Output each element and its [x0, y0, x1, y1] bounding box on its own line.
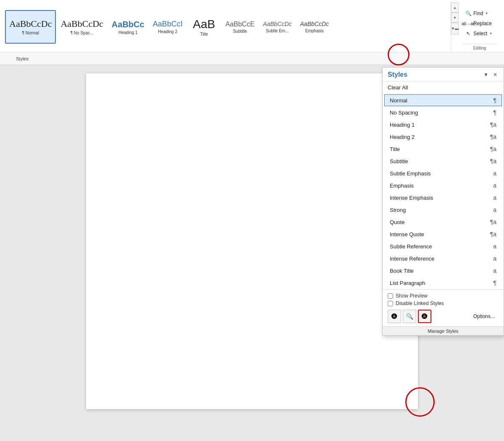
styles-list-item-8[interactable]: Intense Emphasisa [384, 192, 502, 204]
style-item-name-11: Intense Quote [390, 231, 488, 237]
style-label-3: Heading 2 [158, 29, 177, 34]
ribbon: AaBbCcDc¶ NormalAaBbCcDc¶ No Spac...AaBb… [0, 0, 504, 65]
disable-linked-label: Disable Linked Styles [396, 300, 444, 306]
gallery-scroll: ▲ ▼ ▼▬ [451, 2, 459, 35]
style-preview-0: AaBbCcDc [9, 18, 52, 29]
style-label-1: ¶ No Spac... [71, 31, 94, 35]
style-inspector-icon: 🔍 [406, 313, 413, 320]
replace-button[interactable]: ab→ac Replace [462, 19, 497, 28]
show-preview-checkbox[interactable] [388, 293, 393, 299]
editing-buttons: 🔍 Find ▼ ab→ac Replace ↖ Select ▼ [462, 3, 497, 44]
style-gallery-item-5[interactable]: AaBbCcESubtitle [222, 10, 258, 44]
style-gallery-item-4[interactable]: AaBTitle [187, 10, 221, 44]
style-item-icon-12: a [488, 243, 496, 250]
clear-all-item[interactable]: Clear All [383, 81, 504, 94]
styles-list-item-12[interactable]: Subtle Referencea [384, 240, 502, 252]
style-item-icon-2: ¶a [488, 121, 496, 128]
document-page [86, 73, 418, 409]
style-item-icon-10: ¶a [488, 219, 496, 225]
style-item-icon-6: a [488, 170, 496, 177]
styles-list-item-9[interactable]: Stronga [384, 204, 502, 216]
styles-list-item-1[interactable]: No Spacing¶ [384, 107, 502, 118]
styles-panel-controls: ▼ ✕ [483, 71, 499, 78]
styles-panel-title: Styles [388, 71, 407, 78]
style-item-icon-7: a [488, 182, 496, 189]
styles-list-item-3[interactable]: Heading 2¶a [384, 131, 502, 143]
style-gallery-item-1[interactable]: AaBbCcDc¶ No Spac... [57, 10, 107, 44]
style-item-name-5: Subtitle [390, 158, 488, 164]
style-item-icon-11: ¶a [488, 231, 496, 237]
style-item-name-0: Normal [390, 97, 488, 104]
styles-list-item-2[interactable]: Heading 1¶a [384, 119, 502, 130]
gallery-scroll-down[interactable]: ▼ [451, 13, 459, 23]
style-label-4: Title [200, 32, 208, 37]
styles-list-item-0[interactable]: Normal¶ [384, 94, 502, 106]
style-item-icon-13: a [488, 255, 496, 262]
gallery-expand-button[interactable]: ▼▬ [451, 23, 459, 34]
style-preview-6: AaBbCcDc [263, 21, 291, 28]
style-item-name-4: Title [390, 146, 488, 152]
styles-list-item-5[interactable]: Subtitle¶a [384, 155, 502, 167]
styles-panel-footer: Show Preview Disable Linked Styles 🅐 🔍 🅐… [383, 289, 504, 326]
ribbon-main: AaBbCcDc¶ NormalAaBbCcDc¶ No Spac...AaBb… [0, 0, 504, 52]
disable-linked-checkbox[interactable] [388, 301, 393, 306]
style-label-6: Subtle Em... [266, 29, 289, 33]
style-item-name-2: Heading 1 [390, 122, 488, 128]
styles-list-item-11[interactable]: Intense Quote¶a [384, 228, 502, 240]
style-item-icon-0: ¶ [488, 97, 496, 104]
styles-list: Clear AllNormal¶No Spacing¶Heading 1¶aHe… [383, 81, 504, 289]
show-preview-checkbox-row[interactable]: Show Preview [388, 293, 499, 299]
manage-styles-bar: Manage Styles [383, 326, 504, 335]
find-icon: 🔍 [465, 10, 472, 17]
styles-list-item-6[interactable]: Subtle Emphasisa [384, 167, 502, 179]
style-inspector-button[interactable]: 🔍 [403, 310, 416, 323]
editing-group-label: Editing [462, 44, 497, 50]
style-gallery-item-6[interactable]: AaBbCcDcSubtle Em... [259, 10, 295, 44]
style-item-name-13: Intense Reference [390, 256, 488, 262]
style-preview-5: AaBbCcE [226, 20, 255, 28]
style-gallery-item-3[interactable]: AaBbCcIHeading 2 [149, 10, 186, 44]
styles-list-item-13[interactable]: Intense Referencea [384, 253, 502, 264]
style-item-name-3: Heading 2 [390, 134, 488, 140]
style-label-7: Emphasis [305, 29, 324, 33]
styles-gallery: AaBbCcDc¶ NormalAaBbCcDc¶ No Spac...AaBb… [3, 2, 451, 52]
style-gallery-item-2[interactable]: AaBbCcHeading 1 [108, 10, 148, 44]
styles-list-item-15[interactable]: List Paragraph¶ [384, 277, 502, 289]
style-item-name-10: Quote [390, 219, 488, 225]
style-gallery-item-7[interactable]: AaBbCcDcEmphasis [297, 10, 333, 44]
ribbon-tabs: Styles [0, 52, 504, 65]
disable-linked-checkbox-row[interactable]: Disable Linked Styles [388, 300, 499, 306]
style-item-name-14: Book Title [390, 268, 488, 274]
select-button[interactable]: ↖ Select ▼ [462, 29, 497, 38]
style-item-name-1: No Spacing [390, 110, 488, 116]
styles-list-item-4[interactable]: Title¶a [384, 143, 502, 155]
panel-pin-button[interactable]: ▼ [483, 71, 489, 78]
style-item-name-15: List Paragraph [390, 280, 488, 286]
panel-close-button[interactable]: ✕ [492, 71, 499, 78]
styles-list-item-7[interactable]: Emphasisa [384, 180, 502, 191]
style-item-icon-14: a [488, 267, 496, 274]
styles-list-item-10[interactable]: Quote¶a [384, 216, 502, 228]
editing-group: 🔍 Find ▼ ab→ac Replace ↖ Select ▼ Editin… [459, 2, 501, 52]
style-item-name-9: Strong [390, 207, 488, 213]
style-item-icon-5: ¶a [488, 158, 496, 164]
show-preview-label: Show Preview [396, 293, 428, 299]
style-preview-2: AaBbCc [112, 19, 144, 29]
styles-tab-label: Styles [3, 56, 41, 61]
select-icon: ↖ [465, 30, 472, 37]
manage-styles-icon-button[interactable]: 🅐 [418, 310, 431, 323]
style-item-icon-8: a [488, 194, 496, 201]
new-style-button[interactable]: 🅐 [388, 310, 401, 323]
options-button[interactable]: Options... [470, 311, 499, 321]
styles-list-item-14[interactable]: Book Titlea [384, 265, 502, 277]
styles-panel-header: Styles ▼ ✕ [383, 68, 504, 81]
styles-panel: Styles ▼ ✕ Clear AllNormal¶No Spacing¶He… [382, 67, 504, 336]
style-gallery-item-0[interactable]: AaBbCcDc¶ Normal [5, 10, 56, 44]
find-button[interactable]: 🔍 Find ▼ [462, 9, 497, 18]
footer-buttons: 🅐 🔍 🅐 Options... [388, 310, 499, 323]
style-item-name-12: Subtle Reference [390, 243, 488, 250]
style-item-name-7: Emphasis [390, 183, 488, 189]
gallery-scroll-up[interactable]: ▲ [451, 3, 459, 13]
style-preview-3: AaBbCcI [153, 20, 183, 29]
style-label-5: Subtitle [233, 29, 247, 34]
